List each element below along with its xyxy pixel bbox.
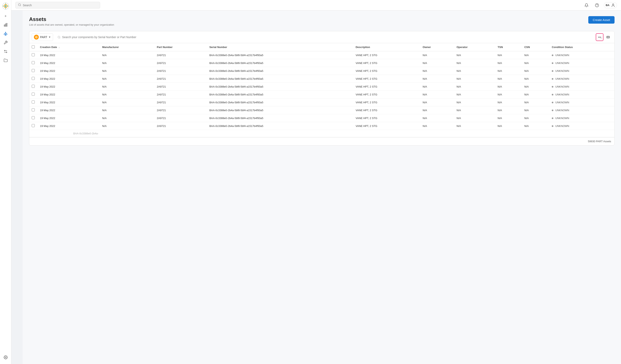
- cell-creation-date: 19 May 2022: [37, 114, 99, 122]
- table-row: 19 May 2022 N/A 2A9721 BAA-0c3388e0-2b4a…: [29, 51, 614, 59]
- table-search-bar[interactable]: [55, 34, 594, 40]
- cell-operator: N/A: [454, 114, 495, 122]
- cell-tsn: N/A: [495, 91, 521, 99]
- global-search-bar[interactable]: [15, 2, 100, 8]
- row-checkbox-cell[interactable]: [29, 75, 37, 83]
- svg-point-16: [598, 37, 599, 37]
- row-checkbox[interactable]: [32, 69, 35, 72]
- row-checkbox-cell[interactable]: [29, 91, 37, 99]
- col-csn[interactable]: CSN: [521, 43, 549, 51]
- row-checkbox[interactable]: [32, 100, 35, 103]
- select-all-checkbox[interactable]: [32, 45, 35, 49]
- row-checkbox-cell[interactable]: [29, 83, 37, 91]
- cell-description: VANE HPT, 2 STG: [353, 99, 420, 106]
- row-checkbox-cell[interactable]: [29, 114, 37, 122]
- row-checkbox-cell[interactable]: [29, 122, 37, 130]
- columns-toggle-button[interactable]: [604, 33, 612, 41]
- cell-description: VANE HPT, 2 STG: [353, 75, 420, 83]
- col-condition-status[interactable]: Condition Status: [549, 43, 614, 51]
- row-checkbox-cell[interactable]: [29, 106, 37, 114]
- cell-manufacturer: N/A: [99, 83, 154, 91]
- svg-point-8: [5, 357, 6, 358]
- cell-serial-number: BAA-0c3388e0-2b4a-5bf8-5bf4-a1517b4f93a5: [207, 83, 353, 91]
- table-search-input[interactable]: [62, 35, 591, 39]
- svg-rect-7: [6, 23, 7, 26]
- assets-table: Creation Date ↓ Manufacturer Part Number…: [29, 43, 614, 130]
- col-description[interactable]: Description: [353, 43, 420, 51]
- row-checkbox[interactable]: [32, 116, 35, 119]
- cell-csn: N/A: [521, 106, 549, 114]
- cell-csn: N/A: [521, 67, 549, 75]
- sidebar-item-add[interactable]: +: [2, 12, 10, 20]
- cell-description: VANE HPT, 2 STG: [353, 106, 420, 114]
- cell-part-number: 2A9721: [154, 75, 207, 83]
- row-checkbox-cell[interactable]: [29, 99, 37, 106]
- cell-owner: N/A: [420, 51, 454, 59]
- wrench-icon: [4, 41, 8, 45]
- status-text: UNKNOWN: [555, 77, 569, 80]
- sidebar-item-transfer[interactable]: [2, 48, 10, 56]
- main-content: Assets List of assets that are owned, op…: [23, 11, 621, 364]
- sidebar-item-settings[interactable]: [2, 353, 10, 362]
- filter-type-selector[interactable]: PART ▼: [32, 33, 53, 41]
- page-title: Assets: [29, 16, 114, 22]
- cell-condition-status: UNKNOWN: [549, 51, 614, 59]
- sidebar-item-assets[interactable]: [2, 30, 10, 38]
- help-button[interactable]: [593, 2, 601, 9]
- table-row: 19 May 2022 N/A 2A9721 BAA-0c3388e0-2b4a…: [29, 122, 614, 130]
- col-tsn[interactable]: TSN: [495, 43, 521, 51]
- svg-point-13: [36, 37, 37, 37]
- settings-icon: [4, 355, 8, 360]
- col-manufacturer[interactable]: Manufacturer: [99, 43, 154, 51]
- row-checkbox-cell[interactable]: [29, 59, 37, 67]
- row-checkbox-cell[interactable]: [29, 51, 37, 59]
- cell-condition-status: UNKNOWN: [549, 106, 614, 114]
- sidebar-item-maintenance[interactable]: [2, 39, 10, 47]
- col-serial-number[interactable]: Serial Number: [207, 43, 353, 51]
- create-asset-button[interactable]: Create Asset: [588, 16, 615, 24]
- row-checkbox[interactable]: [32, 77, 35, 80]
- col-creation-date[interactable]: Creation Date ↓: [37, 43, 99, 51]
- row-checkbox-cell[interactable]: [29, 67, 37, 75]
- cell-part-number: 2A9721: [154, 106, 207, 114]
- select-all-header[interactable]: [29, 43, 37, 51]
- row-checkbox[interactable]: [32, 53, 35, 56]
- cell-manufacturer: N/A: [99, 59, 154, 67]
- row-checkbox[interactable]: [32, 108, 35, 111]
- status-dot-icon: [552, 62, 553, 64]
- sidebar-item-dashboard[interactable]: [2, 21, 10, 29]
- more-options-button[interactable]: ☞: [596, 33, 604, 41]
- cell-part-number: 2A9721: [154, 122, 207, 130]
- table-search-icon: [57, 36, 61, 39]
- cell-creation-date: 19 May 2022: [37, 51, 99, 59]
- cell-owner: N/A: [420, 91, 454, 99]
- global-search-input[interactable]: [23, 4, 98, 7]
- table-row: 19 May 2022 N/A 2A9721 BAA-0c3388e0-2b4a…: [29, 67, 614, 75]
- row-checkbox[interactable]: [32, 124, 35, 127]
- table-row: 19 May 2022 N/A 2A9721 BAA-0c3388e0-2b4a…: [29, 83, 614, 91]
- table-header-row: Creation Date ↓ Manufacturer Part Number…: [29, 43, 614, 51]
- user-profile-badge[interactable]: BA: [604, 2, 617, 8]
- svg-line-10: [20, 5, 21, 6]
- row-checkbox[interactable]: [32, 61, 35, 64]
- sidebar-item-documents[interactable]: [2, 56, 10, 65]
- row-checkbox[interactable]: [32, 85, 35, 88]
- cell-description: VANE HPT, 2 STG: [353, 91, 420, 99]
- col-part-number[interactable]: Part Number: [154, 43, 207, 51]
- cell-manufacturer: N/A: [99, 91, 154, 99]
- cell-manufacturer: N/A: [99, 75, 154, 83]
- col-operator[interactable]: Operator: [454, 43, 495, 51]
- status-dot-icon: [552, 110, 553, 111]
- row-checkbox[interactable]: [32, 93, 35, 96]
- cell-serial-number: BAA-0c3388e0-2b4a-5bf8-5bf4-a1517b4f93a5: [207, 91, 353, 99]
- col-owner[interactable]: Owner: [420, 43, 454, 51]
- cell-owner: N/A: [420, 67, 454, 75]
- transfer-icon: [4, 50, 8, 54]
- cell-part-number: 2A9721: [154, 83, 207, 91]
- notifications-button[interactable]: [583, 2, 590, 9]
- cell-description: VANE HPT, 2 STG: [353, 67, 420, 75]
- cell-operator: N/A: [454, 122, 495, 130]
- toolbar-actions: ☞: [596, 33, 612, 41]
- cell-operator: N/A: [454, 75, 495, 83]
- app-logo[interactable]: [2, 2, 9, 10]
